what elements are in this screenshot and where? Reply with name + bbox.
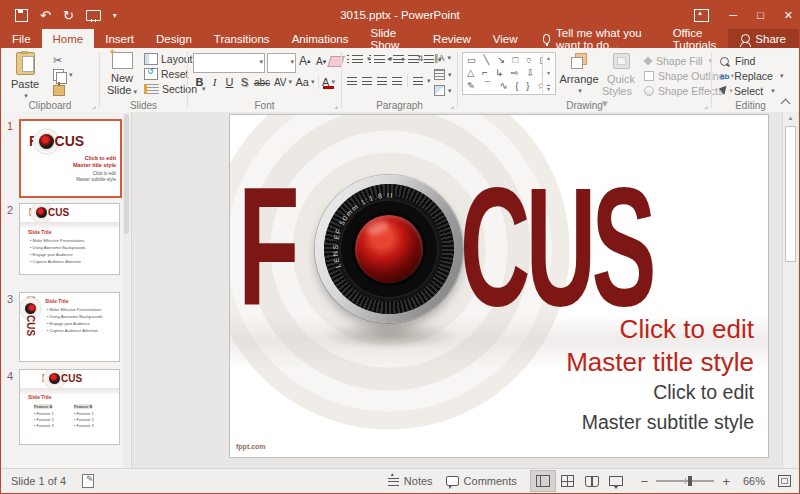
drawing-dialog-launcher-icon[interactable]: ⌟ bbox=[704, 102, 708, 110]
tell-me-box[interactable]: Tell me what you want to do... bbox=[543, 29, 661, 48]
minimize-button[interactable]: ─ bbox=[729, 9, 737, 21]
reset-button[interactable]: Reset bbox=[144, 68, 188, 80]
reading-view-button[interactable] bbox=[580, 471, 604, 491]
slide-thumbnail-2[interactable]: F CUS Slide Title • Make Effective Prese… bbox=[19, 203, 120, 275]
clipboard-dialog-launcher-icon[interactable]: ⌟ bbox=[92, 102, 96, 110]
shapes-scroll-down-icon[interactable]: ▾ bbox=[547, 70, 550, 76]
paragraph-dialog-launcher-icon[interactable]: ⌟ bbox=[450, 102, 454, 110]
bold-button[interactable]: B bbox=[192, 74, 207, 90]
tab-slide-show[interactable]: Slide Show bbox=[360, 29, 423, 48]
shapes-gallery-scroll[interactable]: ▴ ▾ ▾ bbox=[542, 54, 554, 93]
underline-button[interactable]: U bbox=[222, 74, 237, 90]
thumb3-bullet: • Capture Audience Attention bbox=[47, 328, 98, 333]
zoom-slider-handle[interactable] bbox=[688, 476, 692, 486]
notes-toggle[interactable]: Notes bbox=[388, 475, 433, 487]
undo-icon[interactable]: ↶ bbox=[40, 8, 51, 23]
section-icon bbox=[144, 84, 159, 94]
zoom-out-button[interactable]: − bbox=[641, 474, 649, 489]
close-button[interactable]: ✕ bbox=[784, 9, 793, 22]
bullets-button[interactable]: ▾ bbox=[347, 55, 371, 63]
font-size-combo[interactable]: ▾ bbox=[267, 53, 296, 73]
scroll-up-icon[interactable]: ▴ bbox=[783, 114, 798, 122]
text-shadow-button[interactable]: S bbox=[237, 74, 252, 90]
tab-file[interactable]: File bbox=[1, 29, 42, 48]
copy-button[interactable]: ▾ bbox=[53, 69, 73, 81]
tab-design[interactable]: Design bbox=[145, 29, 203, 48]
tab-home[interactable]: Home bbox=[42, 29, 95, 48]
thumb4-title: Slide Title bbox=[28, 394, 52, 400]
slide-thumbnail-1[interactable]: F CUS Click to editMaster title style Cl… bbox=[19, 119, 122, 198]
camera-lens-image: LENS EF 50mm 1:1.8 II bbox=[315, 175, 463, 323]
zoom-in-button[interactable]: + bbox=[722, 474, 730, 489]
font-name-dropdown-icon: ▾ bbox=[259, 58, 263, 66]
zoom-level[interactable]: 66% bbox=[743, 475, 765, 487]
align-right-button[interactable] bbox=[377, 77, 387, 85]
normal-view-button[interactable] bbox=[530, 470, 556, 492]
format-painter-button[interactable] bbox=[53, 85, 65, 96]
cut-button[interactable]: ✂ bbox=[53, 54, 62, 67]
grow-font-button[interactable]: A▴ bbox=[299, 54, 311, 68]
slide-subtitle-placeholder[interactable]: Click to edit Master subtitle style bbox=[582, 377, 754, 437]
find-button[interactable]: Find bbox=[720, 55, 755, 67]
slide-title-placeholder[interactable]: Click to edit Master title style bbox=[566, 313, 754, 379]
comments-toggle[interactable]: Comments bbox=[446, 475, 517, 487]
tab-view[interactable]: View bbox=[482, 29, 529, 48]
slide-editor[interactable]: F CUS LENS EF 50mm 1:1.8 II Click to edi… bbox=[229, 114, 769, 458]
paste-button[interactable]: Paste ▾ bbox=[7, 52, 43, 102]
columns-button[interactable]: ▾ bbox=[413, 77, 431, 85]
tab-review[interactable]: Review bbox=[422, 29, 482, 48]
align-center-button[interactable] bbox=[362, 77, 372, 85]
customize-qat-icon[interactable]: ▾ bbox=[113, 11, 117, 20]
spell-check-icon[interactable] bbox=[82, 474, 94, 488]
thumb-number-4: 4 bbox=[7, 370, 13, 382]
shrink-font-button[interactable]: A▾ bbox=[316, 56, 326, 67]
fit-to-window-icon[interactable] bbox=[778, 475, 791, 487]
copy-icon bbox=[53, 69, 64, 81]
save-icon[interactable] bbox=[15, 9, 28, 22]
slide-sorter-button[interactable] bbox=[556, 471, 580, 491]
change-case-button[interactable]: Aa▾ bbox=[294, 74, 316, 90]
lightbulb-icon bbox=[543, 34, 551, 44]
italic-button[interactable]: I bbox=[207, 74, 222, 90]
arrange-button[interactable]: Arrange ▾ bbox=[558, 53, 600, 97]
comments-icon bbox=[446, 476, 459, 486]
share-button[interactable]: Share bbox=[728, 29, 799, 48]
start-presentation-icon[interactable] bbox=[86, 10, 101, 21]
text-direction-button[interactable]: ∥A▾ bbox=[434, 53, 451, 63]
slide-show-button[interactable] bbox=[604, 471, 628, 491]
font-color-button[interactable]: A▾ bbox=[321, 74, 336, 90]
slide-thumbnail-4[interactable]: F CUS Slide Title Feature A Feature B • … bbox=[19, 369, 120, 445]
tab-animations[interactable]: Animations bbox=[281, 29, 360, 48]
select-button[interactable]: Select ▾ bbox=[720, 85, 775, 97]
tab-transitions[interactable]: Transitions bbox=[203, 29, 281, 48]
vertical-scrollbar[interactable]: ▴ bbox=[782, 112, 798, 469]
align-text-button[interactable]: ▾ bbox=[434, 69, 452, 80]
ribbon-display-options-icon[interactable] bbox=[694, 9, 709, 22]
convert-smartart-button[interactable]: ▾ bbox=[434, 85, 452, 96]
redo-icon[interactable]: ↻ bbox=[63, 8, 74, 23]
office-tutorials-link[interactable]: Office Tutorials bbox=[661, 29, 729, 48]
shape-fill-button[interactable]: Shape Fill ▾ bbox=[644, 55, 712, 67]
new-slide-button[interactable]: New Slide▾ bbox=[102, 52, 142, 98]
shapes-more-icon[interactable]: ▾ bbox=[547, 85, 550, 92]
tab-insert[interactable]: Insert bbox=[94, 29, 145, 48]
font-name-combo[interactable]: ▾ bbox=[193, 53, 265, 73]
thumb2-lens-icon bbox=[36, 207, 47, 218]
strikethrough-button[interactable]: abc bbox=[252, 74, 272, 90]
align-left-button[interactable] bbox=[347, 77, 357, 85]
character-spacing-button[interactable]: AV▾ bbox=[272, 74, 294, 90]
scrollbar-thumb[interactable] bbox=[785, 126, 796, 262]
replace-button[interactable]: ab Replace ▾ bbox=[720, 70, 783, 82]
shapes-gallery[interactable]: ▭ ╲ ↘ □ ○ ▢ △ ⌐ ↳ ⇨ ⇩ ▷ ✎ ⌒ ∿ { } ☆ ▴ ▾ … bbox=[462, 52, 556, 95]
status-bar: Slide 1 of 4 Notes Comments − + bbox=[1, 468, 799, 493]
zoom-slider[interactable] bbox=[656, 480, 714, 482]
group-font: ▾ ▾ A▴ A▾ B I U S abc AV▾ Aa▾ bbox=[188, 48, 341, 112]
font-dialog-launcher-icon[interactable]: ⌟ bbox=[334, 102, 338, 110]
slide-thumbnail-3[interactable]: F CUS Slide Title • Make Effective Prese… bbox=[19, 292, 120, 362]
title-line-1: Click to edit bbox=[566, 313, 754, 346]
maximize-button[interactable]: □ bbox=[757, 9, 764, 21]
justify-button[interactable] bbox=[392, 77, 402, 85]
shapes-scroll-up-icon[interactable]: ▴ bbox=[547, 55, 550, 61]
thumbnail-pane-scrollbar[interactable] bbox=[123, 112, 130, 469]
font-size-dropdown-icon: ▾ bbox=[290, 58, 294, 66]
